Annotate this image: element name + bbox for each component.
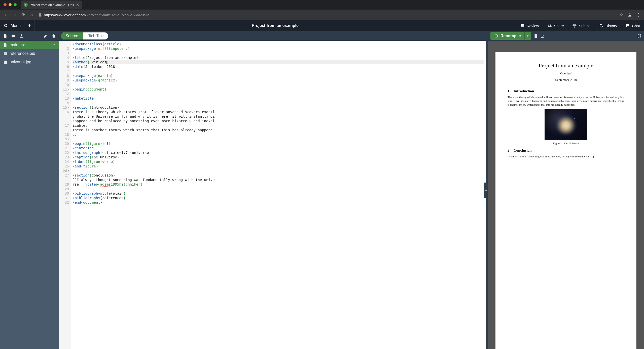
kebab-icon[interactable]: ⋮ — [637, 13, 640, 17]
pdf-figure: Figure 1: The Universe — [508, 109, 624, 145]
code-editor[interactable]: 1234567891011 ▼12131415 ▼16171819 ▼20212… — [59, 41, 486, 349]
code-area[interactable]: \documentclass{article}\usepackage[utf8]… — [71, 41, 486, 349]
menu-button[interactable]: Menu — [0, 20, 24, 31]
file-icon — [3, 43, 8, 47]
recompile-dropdown[interactable]: ▼ — [524, 32, 531, 40]
workspace: main.texreferences.bibuniverse.jpg Sourc… — [0, 31, 644, 349]
upload-icon[interactable] — [19, 34, 24, 38]
delete-icon[interactable] — [51, 34, 56, 38]
tab-title: Project from an example - Onli — [30, 3, 74, 7]
recompile-icon — [494, 34, 498, 38]
pdf-section-1: 1 Introduction — [508, 89, 624, 93]
chevron-down-icon[interactable] — [52, 43, 56, 47]
fullscreen-icon[interactable] — [637, 34, 641, 38]
sidebar-file-references-bib[interactable]: references.bib — [0, 49, 59, 58]
recompile-button[interactable]: Recompile — [490, 32, 524, 40]
book-icon — [3, 51, 8, 56]
url-field[interactable]: https://www.overleaf.com/project/5bab51c… — [38, 13, 616, 17]
file-list: main.texreferences.bibuniverse.jpg — [0, 41, 59, 66]
file-name: main.tex — [10, 43, 25, 47]
file-sidebar: main.texreferences.bibuniverse.jpg — [0, 31, 59, 349]
pdf-page: Project from an example Overleaf Septemb… — [495, 52, 636, 349]
globe-icon — [572, 23, 577, 28]
svg-point-2 — [548, 25, 550, 26]
maximize-window-icon[interactable] — [14, 3, 17, 6]
browser-chrome: o Project from an example - Onli ✕ ＋ ← →… — [0, 0, 644, 20]
chat-button[interactable]: Chat — [621, 20, 644, 31]
share-icon — [547, 23, 552, 28]
pdf-section-2: 2 Conclusion — [508, 148, 624, 153]
pdf-doc-author: Overleaf — [508, 71, 624, 75]
forward-icon[interactable]: → — [12, 12, 17, 18]
editor-column: Source Rich Text 1234567891011 ▼12131415… — [59, 31, 486, 349]
submit-button[interactable]: Submit — [568, 20, 595, 31]
browser-tab[interactable]: o Project from an example - Onli ✕ — [21, 1, 82, 9]
up-to-projects-button[interactable] — [24, 20, 34, 31]
tab-strip: o Project from an example - Onli ✕ ＋ — [0, 0, 644, 10]
project-title[interactable]: Project from an example — [34, 23, 516, 28]
universe-image — [545, 109, 587, 140]
editor-mode-tabs: Source Rich Text — [59, 31, 486, 41]
svg-text:Ab: Ab — [521, 25, 524, 26]
new-file-icon[interactable] — [3, 34, 8, 38]
svg-point-0 — [629, 13, 631, 15]
logs-icon[interactable] — [533, 34, 538, 38]
file-toolbar — [0, 31, 59, 41]
overleaf-topbar: Menu Project from an example Ab Review S… — [0, 20, 644, 31]
sidebar-resize-handle[interactable] — [58, 31, 60, 349]
tab-source[interactable]: Source — [61, 32, 83, 39]
menu-label: Menu — [11, 23, 21, 28]
overleaf-favicon-icon: o — [24, 3, 28, 7]
overleaf-logo-icon — [4, 23, 9, 28]
sidebar-file-main-tex[interactable]: main.tex — [0, 41, 59, 49]
address-bar: ← → ⟳ ⌂ https://www.overleaf.com/project… — [0, 10, 644, 20]
history-button[interactable]: History — [595, 20, 621, 31]
minimize-window-icon[interactable] — [9, 3, 12, 6]
back-icon[interactable]: ← — [4, 12, 9, 18]
pdf-doc-date: September 2018 — [508, 78, 624, 82]
line-gutter: 1234567891011 ▼12131415 ▼16171819 ▼20212… — [59, 41, 71, 349]
share-button[interactable]: Share — [543, 20, 568, 31]
pdf-para-1: There is a theory which states that if e… — [508, 95, 624, 107]
sidebar-file-universe-jpg[interactable]: universe.jpg — [0, 58, 59, 66]
account-icon[interactable] — [628, 13, 632, 17]
history-icon — [599, 23, 603, 28]
lock-icon — [38, 13, 42, 17]
pdf-column: Recompile ▼ Project from an example Over… — [488, 31, 644, 349]
close-window-icon[interactable] — [4, 3, 7, 6]
review-icon: Ab — [520, 23, 525, 28]
window-controls — [4, 3, 17, 6]
svg-point-3 — [550, 25, 551, 26]
editor-pdf-resize-handle[interactable]: ◀ — [486, 31, 488, 349]
reload-icon[interactable]: ⟳ — [21, 12, 26, 18]
review-button[interactable]: Ab Review — [516, 20, 543, 31]
pdf-viewport[interactable]: Project from an example Overleaf Septemb… — [488, 41, 644, 349]
up-arrow-icon — [27, 23, 32, 28]
new-tab-icon[interactable]: ＋ — [85, 3, 89, 7]
download-pdf-icon[interactable] — [541, 34, 545, 38]
close-tab-icon[interactable]: ✕ — [76, 3, 79, 7]
star-icon[interactable]: ☆ — [620, 13, 623, 17]
file-name: universe.jpg — [10, 60, 31, 64]
image-icon — [3, 60, 8, 64]
chat-icon — [625, 23, 630, 28]
url-host: https://www.overleaf.com — [44, 13, 86, 17]
pdf-quote: “I always thought something was fundamen… — [508, 155, 624, 158]
url-path: /project/5bab51c2a3f2cb6c56a65b7e — [87, 13, 150, 17]
pdf-figure-caption: Figure 1: The Universe — [553, 142, 579, 145]
pdf-doc-title: Project from an example — [508, 62, 624, 69]
pdf-toolbar: Recompile ▼ — [488, 31, 644, 41]
tab-rich-text[interactable]: Rich Text — [83, 32, 109, 39]
home-icon[interactable]: ⌂ — [29, 12, 34, 18]
rename-icon[interactable] — [43, 34, 48, 38]
topbar-actions: Ab Review Share Submit History Chat — [516, 20, 644, 31]
file-name: references.bib — [10, 51, 35, 56]
new-folder-icon[interactable] — [11, 34, 16, 38]
